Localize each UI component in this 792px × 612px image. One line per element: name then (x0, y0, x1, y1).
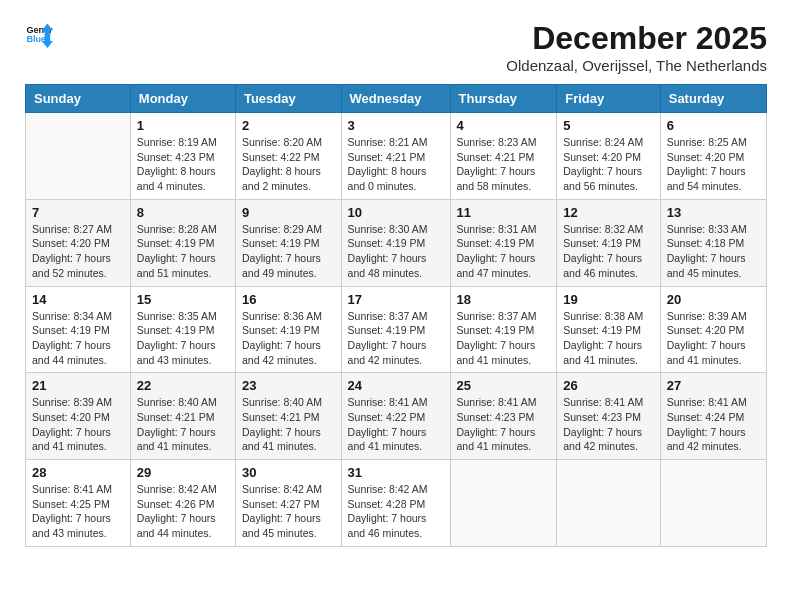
calendar-cell: 15Sunrise: 8:35 AMSunset: 4:19 PMDayligh… (130, 286, 235, 373)
day-info: Sunrise: 8:41 AMSunset: 4:23 PMDaylight:… (457, 395, 551, 454)
day-number: 1 (137, 118, 229, 133)
weekday-header-sunday: Sunday (26, 85, 131, 113)
day-number: 26 (563, 378, 653, 393)
calendar-cell: 27Sunrise: 8:41 AMSunset: 4:24 PMDayligh… (660, 373, 766, 460)
day-info: Sunrise: 8:40 AMSunset: 4:21 PMDaylight:… (137, 395, 229, 454)
day-info: Sunrise: 8:41 AMSunset: 4:25 PMDaylight:… (32, 482, 124, 541)
day-number: 16 (242, 292, 335, 307)
calendar-cell: 20Sunrise: 8:39 AMSunset: 4:20 PMDayligh… (660, 286, 766, 373)
day-number: 14 (32, 292, 124, 307)
calendar-cell: 14Sunrise: 8:34 AMSunset: 4:19 PMDayligh… (26, 286, 131, 373)
calendar-cell: 12Sunrise: 8:32 AMSunset: 4:19 PMDayligh… (557, 199, 660, 286)
calendar-week-4: 21Sunrise: 8:39 AMSunset: 4:20 PMDayligh… (26, 373, 767, 460)
weekday-header-thursday: Thursday (450, 85, 557, 113)
day-info: Sunrise: 8:21 AMSunset: 4:21 PMDaylight:… (348, 135, 444, 194)
calendar-cell: 6Sunrise: 8:25 AMSunset: 4:20 PMDaylight… (660, 113, 766, 200)
day-number: 22 (137, 378, 229, 393)
calendar-cell: 16Sunrise: 8:36 AMSunset: 4:19 PMDayligh… (235, 286, 341, 373)
day-number: 3 (348, 118, 444, 133)
day-number: 25 (457, 378, 551, 393)
day-info: Sunrise: 8:37 AMSunset: 4:19 PMDaylight:… (348, 309, 444, 368)
calendar-week-5: 28Sunrise: 8:41 AMSunset: 4:25 PMDayligh… (26, 460, 767, 547)
day-info: Sunrise: 8:42 AMSunset: 4:26 PMDaylight:… (137, 482, 229, 541)
calendar-cell: 13Sunrise: 8:33 AMSunset: 4:18 PMDayligh… (660, 199, 766, 286)
day-number: 23 (242, 378, 335, 393)
day-info: Sunrise: 8:32 AMSunset: 4:19 PMDaylight:… (563, 222, 653, 281)
calendar-cell: 9Sunrise: 8:29 AMSunset: 4:19 PMDaylight… (235, 199, 341, 286)
weekday-header-friday: Friday (557, 85, 660, 113)
logo-icon: General Blue (25, 20, 53, 48)
location-title: Oldenzaal, Overijssel, The Netherlands (506, 57, 767, 74)
day-info: Sunrise: 8:41 AMSunset: 4:24 PMDaylight:… (667, 395, 760, 454)
calendar-cell: 19Sunrise: 8:38 AMSunset: 4:19 PMDayligh… (557, 286, 660, 373)
calendar-cell: 24Sunrise: 8:41 AMSunset: 4:22 PMDayligh… (341, 373, 450, 460)
calendar-cell: 8Sunrise: 8:28 AMSunset: 4:19 PMDaylight… (130, 199, 235, 286)
calendar-cell: 11Sunrise: 8:31 AMSunset: 4:19 PMDayligh… (450, 199, 557, 286)
calendar-week-1: 1Sunrise: 8:19 AMSunset: 4:23 PMDaylight… (26, 113, 767, 200)
calendar-cell: 26Sunrise: 8:41 AMSunset: 4:23 PMDayligh… (557, 373, 660, 460)
day-info: Sunrise: 8:31 AMSunset: 4:19 PMDaylight:… (457, 222, 551, 281)
day-info: Sunrise: 8:33 AMSunset: 4:18 PMDaylight:… (667, 222, 760, 281)
day-info: Sunrise: 8:37 AMSunset: 4:19 PMDaylight:… (457, 309, 551, 368)
day-info: Sunrise: 8:25 AMSunset: 4:20 PMDaylight:… (667, 135, 760, 194)
day-number: 5 (563, 118, 653, 133)
day-number: 19 (563, 292, 653, 307)
calendar-cell: 1Sunrise: 8:19 AMSunset: 4:23 PMDaylight… (130, 113, 235, 200)
day-info: Sunrise: 8:42 AMSunset: 4:27 PMDaylight:… (242, 482, 335, 541)
day-number: 20 (667, 292, 760, 307)
weekday-header-saturday: Saturday (660, 85, 766, 113)
calendar-cell: 31Sunrise: 8:42 AMSunset: 4:28 PMDayligh… (341, 460, 450, 547)
page-header: General Blue December 2025 Oldenzaal, Ov… (25, 20, 767, 74)
calendar-cell: 4Sunrise: 8:23 AMSunset: 4:21 PMDaylight… (450, 113, 557, 200)
day-info: Sunrise: 8:41 AMSunset: 4:23 PMDaylight:… (563, 395, 653, 454)
day-info: Sunrise: 8:34 AMSunset: 4:19 PMDaylight:… (32, 309, 124, 368)
calendar-cell: 21Sunrise: 8:39 AMSunset: 4:20 PMDayligh… (26, 373, 131, 460)
day-number: 9 (242, 205, 335, 220)
day-number: 2 (242, 118, 335, 133)
calendar-cell (660, 460, 766, 547)
day-number: 29 (137, 465, 229, 480)
day-number: 11 (457, 205, 551, 220)
svg-text:Blue: Blue (26, 34, 46, 44)
month-title: December 2025 (506, 20, 767, 57)
day-number: 6 (667, 118, 760, 133)
day-number: 13 (667, 205, 760, 220)
day-number: 17 (348, 292, 444, 307)
calendar-cell: 28Sunrise: 8:41 AMSunset: 4:25 PMDayligh… (26, 460, 131, 547)
calendar-cell (450, 460, 557, 547)
calendar-header: SundayMondayTuesdayWednesdayThursdayFrid… (26, 85, 767, 113)
calendar-cell: 3Sunrise: 8:21 AMSunset: 4:21 PMDaylight… (341, 113, 450, 200)
day-info: Sunrise: 8:40 AMSunset: 4:21 PMDaylight:… (242, 395, 335, 454)
day-number: 18 (457, 292, 551, 307)
day-info: Sunrise: 8:42 AMSunset: 4:28 PMDaylight:… (348, 482, 444, 541)
title-area: December 2025 Oldenzaal, Overijssel, The… (506, 20, 767, 74)
calendar-week-2: 7Sunrise: 8:27 AMSunset: 4:20 PMDaylight… (26, 199, 767, 286)
day-info: Sunrise: 8:23 AMSunset: 4:21 PMDaylight:… (457, 135, 551, 194)
day-info: Sunrise: 8:24 AMSunset: 4:20 PMDaylight:… (563, 135, 653, 194)
calendar-cell: 22Sunrise: 8:40 AMSunset: 4:21 PMDayligh… (130, 373, 235, 460)
day-number: 31 (348, 465, 444, 480)
day-info: Sunrise: 8:30 AMSunset: 4:19 PMDaylight:… (348, 222, 444, 281)
day-info: Sunrise: 8:39 AMSunset: 4:20 PMDaylight:… (32, 395, 124, 454)
day-info: Sunrise: 8:36 AMSunset: 4:19 PMDaylight:… (242, 309, 335, 368)
day-info: Sunrise: 8:27 AMSunset: 4:20 PMDaylight:… (32, 222, 124, 281)
calendar-cell: 2Sunrise: 8:20 AMSunset: 4:22 PMDaylight… (235, 113, 341, 200)
calendar-table: SundayMondayTuesdayWednesdayThursdayFrid… (25, 84, 767, 547)
day-number: 7 (32, 205, 124, 220)
weekday-header-wednesday: Wednesday (341, 85, 450, 113)
weekday-header-tuesday: Tuesday (235, 85, 341, 113)
day-info: Sunrise: 8:39 AMSunset: 4:20 PMDaylight:… (667, 309, 760, 368)
calendar-cell: 30Sunrise: 8:42 AMSunset: 4:27 PMDayligh… (235, 460, 341, 547)
day-info: Sunrise: 8:28 AMSunset: 4:19 PMDaylight:… (137, 222, 229, 281)
calendar-cell: 25Sunrise: 8:41 AMSunset: 4:23 PMDayligh… (450, 373, 557, 460)
calendar-cell (26, 113, 131, 200)
calendar-body: 1Sunrise: 8:19 AMSunset: 4:23 PMDaylight… (26, 113, 767, 547)
day-number: 28 (32, 465, 124, 480)
calendar-cell: 23Sunrise: 8:40 AMSunset: 4:21 PMDayligh… (235, 373, 341, 460)
day-info: Sunrise: 8:35 AMSunset: 4:19 PMDaylight:… (137, 309, 229, 368)
calendar-cell: 18Sunrise: 8:37 AMSunset: 4:19 PMDayligh… (450, 286, 557, 373)
day-number: 8 (137, 205, 229, 220)
day-info: Sunrise: 8:19 AMSunset: 4:23 PMDaylight:… (137, 135, 229, 194)
weekday-header-monday: Monday (130, 85, 235, 113)
day-number: 27 (667, 378, 760, 393)
